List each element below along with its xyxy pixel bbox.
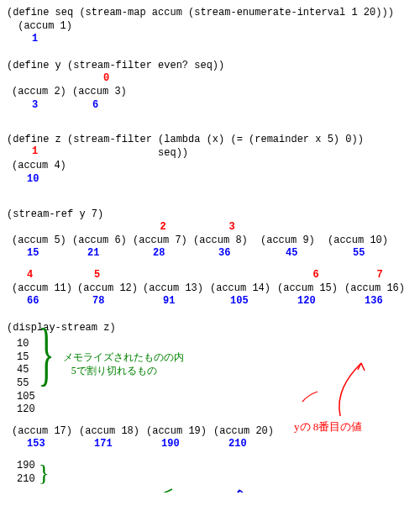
annotation-memoize-1: メモライズされたものの内 [63,351,184,365]
brace-icon-small: } [39,465,50,482]
memo-105: 105 [17,391,35,404]
result-18: 171 [94,438,161,451]
counter-6: 6 [282,269,349,282]
accum-15: (accum 15) [277,282,344,296]
result-4: 10 [27,173,413,187]
code-stream-ref: (stream-ref y 7) [7,208,413,222]
result-1: 1 [32,33,413,46]
accum-10: (accum 10) [328,234,388,248]
result-13: 91 [163,295,230,308]
result-7: 28 [153,247,213,261]
annotation-memoize-2: 5で割り切れるもの [71,365,184,378]
brace-icon: } [39,330,55,380]
accum-5: (accum 5) [12,234,72,248]
memo-55: 55 [17,377,35,391]
result-19: 190 [161,438,228,451]
code-define-z-2: seq)) [7,147,413,161]
accum-12: (accum 12) [77,282,143,296]
annotation-y8: yの 8番目の値 [294,420,362,435]
result-17: 153 [27,438,94,451]
counter-1: 1 [32,145,38,159]
counter-7: 7 [349,269,410,282]
result-3: 6 [92,99,153,113]
code-define-y: (define y (stream-filter even? seq)) [7,60,413,73]
accum-9: (accum 9) [260,234,328,248]
code-define-z-1: (define z (stream-filter (lambda (x) (= … [7,134,413,147]
accum-3: (accum 3) [72,86,133,99]
counter-4: 4 [27,269,87,282]
memo-120: 120 [17,403,35,417]
tail-210: 210 [17,473,35,487]
memo-45: 45 [17,364,35,377]
result-5: 15 [27,247,87,261]
counter-3: 3 [202,221,262,234]
result-6: 21 [87,247,148,261]
result-11: 66 [27,295,92,308]
memo-15: 15 [17,351,35,365]
result-15: 120 [297,295,365,308]
accum-17: (accum 17) [12,425,79,439]
accum-11: (accum 11) [12,282,77,296]
counter-2: 2 [133,221,193,234]
result-12: 78 [92,295,158,308]
accum-4: (accum 4) [12,160,413,173]
accum-14: (accum 14) [210,282,277,296]
accum-2: (accum 2) [12,86,72,99]
accum-6: (accum 6) [72,234,133,248]
accum-19: (accum 19) [146,425,213,439]
result-16: 136 [365,295,420,308]
result-8: 36 [218,247,286,261]
accum-7: (accum 7) [133,234,193,248]
accum-13: (accum 13) [143,282,210,296]
accum-16: (accum 16) [344,282,405,296]
tail-190: 190 [17,460,35,473]
accum-1: (accum 1) [12,20,413,34]
memo-10: 10 [17,338,35,351]
result-9: 45 [286,247,353,261]
accum-8: (accum 8) [193,234,260,248]
code-define-seq: (define seq (stream-map accum (stream-en… [7,7,413,20]
result-10: 55 [353,247,413,261]
accum-18: (accum 18) [79,425,146,439]
code-display-stream: (display-stream z) [7,322,413,335]
counter-0: 0 [103,72,413,86]
result-20: 210 [228,438,296,451]
result-2: 3 [32,99,92,113]
counter-5: 5 [94,269,155,282]
accum-20: (accum 20) [213,425,281,439]
result-14: 105 [230,295,297,308]
